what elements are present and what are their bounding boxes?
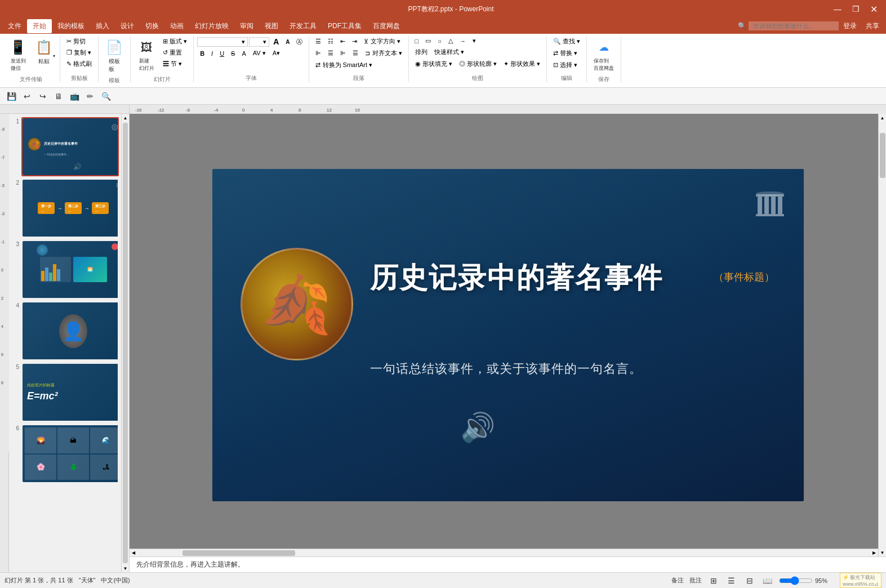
slide-img-2[interactable]: ⊞ 第一步... → 第二步... → 第三步... <box>21 179 119 238</box>
comments-button[interactable]: 批注 <box>689 574 702 587</box>
canvas-scroll-thumb[interactable] <box>880 133 885 178</box>
strikethrough-button[interactable]: S <box>228 49 238 58</box>
indent-less-button[interactable]: ⇤ <box>337 37 348 46</box>
slide-quote-text[interactable]: 一句话总结该事件，或关于该事件的一句名言。 <box>370 360 642 377</box>
slide-img-1[interactable]: ⊜ 🍂 历史记录中的著名事件 一句话总结该事件... 🔊 <box>21 117 119 176</box>
redo-button[interactable]: ↪ <box>36 90 50 103</box>
shape-outline-button[interactable]: ◎ 形状轮廓 ▾ <box>456 59 500 69</box>
tv-button[interactable]: 📺 <box>68 90 81 103</box>
paste-button[interactable]: 📋 粘贴 ▾ <box>32 36 56 68</box>
shape-rounded-button[interactable]: ▭ <box>422 36 434 46</box>
search-input[interactable] <box>749 21 839 30</box>
canvas-scroll-up[interactable]: ▲ <box>879 114 886 122</box>
sorter-view-button[interactable]: ⊟ <box>743 574 756 587</box>
slide-title-text[interactable]: 历史记录中的著名事件 <box>370 259 663 297</box>
section-button[interactable]: ☰ 节 ▾ <box>160 59 190 69</box>
reset-button[interactable]: ↺ 重置 <box>160 47 190 58</box>
shape-more-button[interactable]: ▾ <box>470 36 479 46</box>
slide-thumb-2[interactable]: 2 ⊞ 第一步... → 第二步... → 第三步... <box>11 179 119 238</box>
restore-button[interactable]: ❐ <box>848 3 863 15</box>
canvas-hscroll-thumb[interactable] <box>182 550 295 556</box>
underline-button[interactable]: U <box>217 49 227 58</box>
smartart-convert-button[interactable]: ⇄ 转换为 SmartArt ▾ <box>313 60 375 70</box>
font-size-dropdown[interactable]: ▾ <box>249 37 269 47</box>
arrange-button[interactable]: 排列 <box>412 47 430 57</box>
present-button[interactable]: 🖥 <box>52 90 65 103</box>
cut-button[interactable]: ✂剪切 <box>64 36 95 47</box>
slide-main[interactable]: 🍂 历史记录中的著名事件 （事件标题） 一句话总结该事件，或关于该事件的一句名言… <box>212 169 804 501</box>
shape-effects-button[interactable]: ✦ 形状效果 ▾ <box>501 59 543 69</box>
font-family-dropdown[interactable]: ▾ <box>197 37 248 47</box>
align-right-button[interactable]: ⊫ <box>337 48 349 58</box>
slide-img-6[interactable]: 🌄 🏔 🌊 🌸 🌲 🏞 <box>21 424 119 483</box>
canvas-scroll-down[interactable]: ▼ <box>879 549 886 556</box>
canvas-scroll-right[interactable]: ▶ <box>870 549 878 557</box>
menu-mytemplate[interactable]: 我的模板 <box>52 19 90 33</box>
bold-button[interactable]: B <box>197 49 207 58</box>
menu-review[interactable]: 审阅 <box>234 19 259 33</box>
menu-insert[interactable]: 插入 <box>90 19 115 33</box>
notes-button[interactable]: 备注 <box>671 574 684 587</box>
slide-audio-icon[interactable]: 🔊 <box>460 411 495 444</box>
align-to-text-button[interactable]: ⊐ 对齐文本 ▾ <box>362 48 404 59</box>
slide-thumb-6[interactable]: 6 🌄 🏔 🌊 🌸 🌲 🏞 <box>11 424 119 483</box>
menu-baidudisk[interactable]: 百度网盘 <box>367 19 406 33</box>
shape-oval-button[interactable]: ○ <box>435 37 444 46</box>
layout-button[interactable]: ⊞ 版式 ▾ <box>160 36 190 47</box>
italic-button[interactable]: I <box>208 49 216 58</box>
textdir-button[interactable]: ⊻ 文字方向 ▾ <box>361 36 403 47</box>
slide-img-3[interactable]: 🌅 <box>21 240 119 299</box>
menu-home[interactable]: 开始 <box>27 19 52 33</box>
shape-triangle-button[interactable]: △ <box>446 36 456 46</box>
replace-button[interactable]: ⇄ 替换 ▾ <box>550 48 580 59</box>
slide-subtitle-text[interactable]: （事件标题） <box>714 270 774 284</box>
menu-view[interactable]: 视图 <box>259 19 284 33</box>
indent-more-button[interactable]: ⇥ <box>349 37 360 46</box>
shape-rect-button[interactable]: □ <box>412 37 422 46</box>
align-justify-button[interactable]: ☰ <box>350 48 361 58</box>
bullets-button[interactable]: ☰ <box>313 37 324 46</box>
zoom-slider[interactable] <box>779 576 813 585</box>
window-controls[interactable]: — ❐ ✕ <box>830 3 881 15</box>
save-baidu-button[interactable]: ☁ 保存到百度网盘 <box>590 36 617 74</box>
charspacing-button[interactable]: AV ▾ <box>250 48 269 58</box>
format-brush-button[interactable]: ✎格式刷 <box>64 59 95 69</box>
menu-animation[interactable]: 动画 <box>164 19 189 33</box>
menu-transition[interactable]: 切换 <box>140 19 164 33</box>
scroll-down-btn[interactable]: ▼ <box>122 564 129 572</box>
minimize-button[interactable]: — <box>830 3 845 15</box>
share-button[interactable]: 共享 <box>861 21 884 31</box>
undo-button[interactable]: ↩ <box>20 90 34 103</box>
close-button[interactable]: ✕ <box>866 3 881 15</box>
search-box[interactable]: 🔍 <box>738 21 839 30</box>
slide-thumb-3[interactable]: 3 <box>11 240 119 299</box>
menu-file[interactable]: 文件 <box>2 19 27 33</box>
quick-styles-button[interactable]: 快速样式 ▾ <box>431 47 467 57</box>
align-left-button[interactable]: ⊫ <box>313 48 324 58</box>
numbering-button[interactable]: ☷ <box>325 37 336 46</box>
canvas-scroll-left[interactable]: ◀ <box>130 549 137 557</box>
send-wechat-button[interactable]: 📱 发送到微信 <box>6 36 30 74</box>
slide-img-4[interactable]: 👤 <box>21 301 119 360</box>
copy-button[interactable]: ❐复制 ▾ <box>64 47 95 58</box>
fontcolor-button[interactable]: A▾ <box>270 48 283 58</box>
outline-view-button[interactable]: ☰ <box>725 574 738 587</box>
scroll-thumb[interactable] <box>123 123 128 563</box>
shape-fill-button[interactable]: ◉ 形状填充 ▾ <box>412 59 455 69</box>
align-center-button[interactable]: ☰ <box>325 48 336 58</box>
normal-view-button[interactable]: ⊞ <box>707 574 720 587</box>
menu-design[interactable]: 设计 <box>115 19 140 33</box>
shadow-button[interactable]: A <box>239 49 248 58</box>
menu-devtools[interactable]: 开发工具 <box>284 19 322 33</box>
clear-format-button[interactable]: Ⓐ <box>293 37 305 47</box>
reading-view-button[interactable]: 📖 <box>761 574 774 587</box>
slide-thumb-1[interactable]: 1 ⊜ 🍂 历史记录中的著名事件 一句话总结该事件... 🔊 <box>11 117 119 176</box>
shape-arrow-button[interactable]: → <box>457 37 469 46</box>
notes-area[interactable]: 先介绍背景信息，再进入主题讲解。 <box>130 556 886 572</box>
select-button[interactable]: ⊡ 选择 ▾ <box>550 60 580 70</box>
font-decrease-button[interactable]: A <box>283 38 292 46</box>
inspector-button[interactable]: 🔍 <box>99 90 113 103</box>
font-increase-button[interactable]: A <box>270 36 282 47</box>
find-button[interactable]: 🔍 查找 ▾ <box>550 36 583 47</box>
template-button[interactable]: 📄 模板板 <box>102 36 127 75</box>
